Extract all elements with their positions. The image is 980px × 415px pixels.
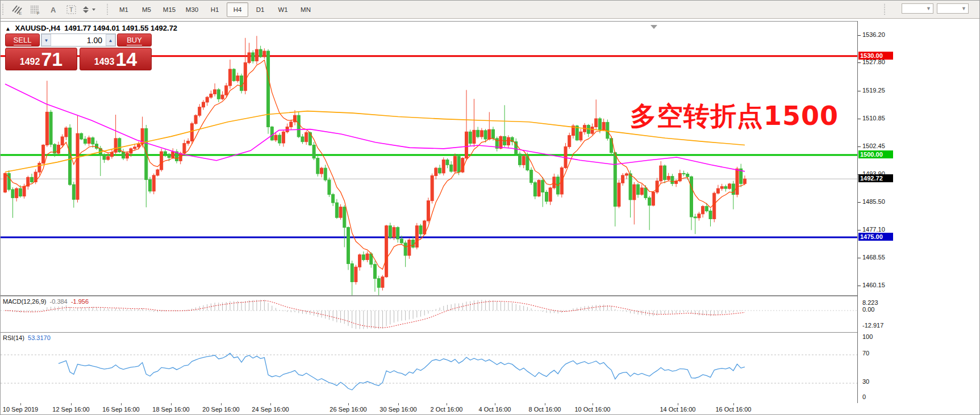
- ohlc-close: 1492.72: [151, 24, 177, 32]
- toolbar-grip-2[interactable]: [107, 4, 110, 15]
- sell-button[interactable]: SELL: [5, 33, 40, 47]
- time-tick: [121, 403, 122, 405]
- time-tick-label: 4 Oct 16:00: [479, 406, 511, 413]
- chart-title: ▲ XAUUSD-,H4 1491.77 1494.01 1491.55 149…: [5, 24, 177, 32]
- text-tool-icon[interactable]: A: [45, 2, 62, 17]
- volume-decrease-button[interactable]: ▼: [41, 34, 51, 46]
- chart-object-marker: [650, 25, 657, 29]
- time-tick-label: 12 Sep 16:00: [52, 406, 89, 413]
- time-tick: [545, 403, 545, 405]
- time-tick-label: 2 Oct 16:00: [431, 406, 463, 413]
- chevron-down-icon: ▼: [926, 6, 931, 11]
- time-tick: [20, 403, 21, 405]
- axis-tick-label: 30: [862, 378, 869, 385]
- time-tick: [348, 403, 349, 405]
- volume-increase-button[interactable]: ▲: [106, 34, 115, 46]
- time-tick-label: 16 Oct 16:00: [716, 406, 752, 413]
- axis-tick-label: 8.223: [862, 299, 878, 306]
- timeframe-button-h4[interactable]: H4: [227, 2, 248, 17]
- time-tick-label: 10 Sep 2019: [3, 406, 38, 413]
- macd-chart[interactable]: [1, 296, 857, 332]
- time-tick-label: 30 Sep 16:00: [380, 406, 416, 413]
- time-tick: [678, 403, 678, 405]
- price-tag: 1530.00: [858, 52, 893, 60]
- toolbar-combo-2[interactable]: ▼: [937, 3, 969, 14]
- timeframe-button-h1[interactable]: H1: [204, 2, 226, 17]
- time-tick-label: 24 Sep 16:00: [252, 406, 289, 413]
- time-tick: [71, 403, 72, 405]
- svg-text:T: T: [69, 6, 73, 13]
- macd-histogram: [5, 300, 745, 329]
- chevron-down-icon: ▼: [961, 6, 966, 11]
- sell-quote[interactable]: 1492 71: [5, 48, 77, 70]
- label-tool-icon[interactable]: T: [63, 2, 80, 17]
- symbol-triangle-icon[interactable]: ▲: [5, 26, 11, 32]
- time-tick: [398, 403, 399, 405]
- fibonacci-tool-icon[interactable]: F: [27, 2, 44, 17]
- ohlc-open: 1491.77: [64, 24, 91, 32]
- sell-price-pips: 71: [41, 49, 62, 69]
- buy-price-main: 1493: [94, 57, 115, 67]
- sell-price-main: 1492: [20, 57, 40, 67]
- axis-tick-label: 1468.55: [862, 254, 885, 261]
- ohlc-low: 1491.55: [122, 24, 148, 32]
- timeframe-button-m15[interactable]: M15: [159, 2, 180, 17]
- toolbar-combo-1[interactable]: ▼: [902, 3, 933, 14]
- time-tick-label: 20 Sep 16:00: [202, 406, 239, 413]
- channel-tool-icon[interactable]: E: [9, 2, 26, 17]
- time-tick-label: 8 Oct 16:00: [529, 406, 561, 413]
- rsi-pane[interactable]: RSI(14) 53.3170: [1, 332, 857, 404]
- axis-tick-label: 1519.25: [862, 87, 885, 94]
- time-axis[interactable]: 10 Sep 201912 Sep 16:0016 Sep 16:0018 Se…: [1, 403, 857, 415]
- axis-tick-label: 1477.10: [862, 226, 885, 233]
- axis-tick-label: 1510.85: [862, 115, 885, 121]
- candles: [4, 36, 747, 295]
- axis-tick-label: 70: [862, 350, 869, 357]
- time-tick: [270, 403, 271, 405]
- timeframe-button-mn[interactable]: MN: [295, 2, 316, 17]
- chart-window: ▲ XAUUSD-,H4 1491.77 1494.01 1491.55 149…: [1, 19, 980, 415]
- price-tag: 1475.00: [858, 233, 893, 241]
- buy-quote[interactable]: 1493 14: [80, 48, 152, 70]
- one-click-trading-panel: SELL ▼ ▲ BUY 1492 71 1493 14: [5, 33, 152, 70]
- volume-spinner: ▼ ▲: [41, 33, 116, 47]
- time-tick: [171, 403, 172, 405]
- svg-text:A: A: [51, 6, 56, 14]
- timeframe-toolbar: M1M5M15M30H1H4D1W1MN: [112, 2, 317, 17]
- time-tick-label: 14 Oct 16:00: [660, 406, 696, 413]
- axis-tick-label: 1527.80: [862, 58, 885, 65]
- svg-text:E: E: [19, 11, 22, 15]
- rsi-line: [59, 353, 745, 390]
- time-tick-label: 26 Sep 16:00: [330, 406, 366, 413]
- price-axis[interactable]: 1536.201527.801519.251510.851502.451493.…: [857, 21, 980, 403]
- axis-tick-label: 1536.20: [862, 31, 885, 38]
- timeframe-button-m1[interactable]: M1: [113, 2, 135, 17]
- time-tick: [447, 403, 447, 405]
- axis-tick-label: 0.00: [862, 306, 874, 313]
- axis-tick-label: 1485.50: [862, 198, 885, 205]
- toolbar: EFAT M1M5M15M30H1H4D1W1MN ▼ ▼: [1, 1, 979, 19]
- timeframe-button-m5[interactable]: M5: [136, 2, 157, 17]
- axis-tick-label: 0: [862, 393, 866, 400]
- ohlc-high: 1494.01: [93, 24, 120, 32]
- svg-text:F: F: [37, 11, 40, 15]
- price-tag: 1500.00: [858, 150, 893, 158]
- chart-annotation-text[interactable]: 多空转折点1500: [630, 99, 839, 134]
- rsi-chart[interactable]: [1, 333, 857, 403]
- cursor-arrows-icon[interactable]: [81, 2, 98, 17]
- time-tick-label: 16 Sep 16:00: [102, 406, 139, 413]
- buy-button[interactable]: BUY: [117, 33, 152, 47]
- toolbar-grip-3[interactable]: [884, 4, 887, 15]
- axis-tick-label: 100: [862, 333, 873, 340]
- volume-input[interactable]: [51, 34, 106, 46]
- toolbar-grip[interactable]: [2, 4, 5, 15]
- timeframe-button-m30[interactable]: M30: [181, 2, 203, 17]
- macd-pane[interactable]: MACD(12,26,9) -0.384 -1.956: [1, 296, 857, 333]
- buy-price-pips: 14: [115, 49, 137, 69]
- timeframe-button-w1[interactable]: W1: [272, 2, 294, 17]
- mt4-terminal: EFAT M1M5M15M30H1H4D1W1MN ▼ ▼ ▲ XAUUSD-,…: [0, 0, 980, 415]
- timeframe-button-d1[interactable]: D1: [249, 2, 271, 17]
- axis-tick-label: 1502.45: [862, 142, 885, 149]
- current-price-tag: 1492.72: [858, 174, 893, 182]
- rsi-label: RSI(14) 53.3170: [3, 334, 51, 341]
